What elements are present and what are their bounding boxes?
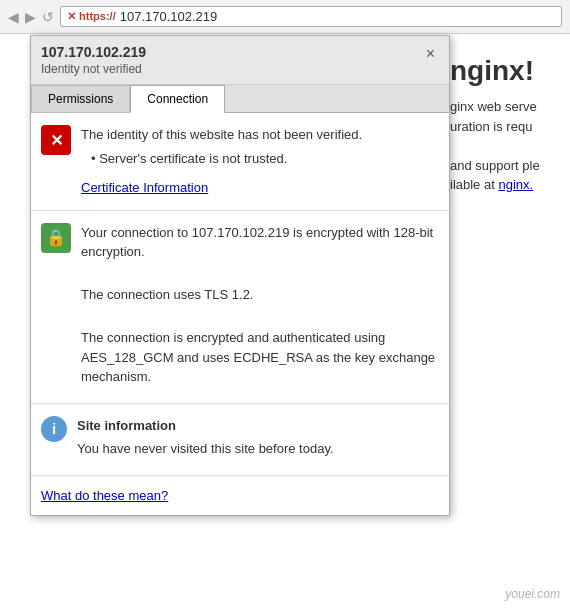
- identity-bullet: • Server's certificate is not trusted.: [91, 149, 439, 169]
- popup-header-info: 107.170.102.219 Identity not verified: [41, 44, 146, 76]
- encryption-line1: Your connection to 107.170.102.219 is en…: [81, 223, 439, 262]
- site-info-text: You have never visited this site before …: [77, 439, 439, 459]
- tab-permissions[interactable]: Permissions: [31, 85, 130, 113]
- tabs-bar: Permissions Connection: [31, 85, 449, 113]
- popup-subtitle: Identity not verified: [41, 62, 146, 76]
- site-info-title: Site information: [77, 416, 439, 436]
- lock-icon: 🔒: [41, 223, 71, 253]
- nginx-text: ginx web serve uration is requ and suppo…: [450, 97, 560, 195]
- watermark: youei.com: [505, 587, 560, 601]
- what-do-these-mean-link[interactable]: What do these mean?: [41, 488, 168, 503]
- certificate-information-link[interactable]: Certificate Information: [81, 178, 208, 198]
- tab-connection[interactable]: Connection: [130, 85, 225, 113]
- footer-section: What do these mean?: [31, 476, 449, 515]
- identity-section: ✕ The identity of this website has not b…: [31, 113, 449, 211]
- encryption-line2: The connection uses TLS 1.2.: [81, 285, 439, 305]
- browser-chrome: ◀ ▶ ↺ ✕ https:// 107.170.102.219: [0, 0, 570, 34]
- site-info-section: i Site information You have never visite…: [31, 404, 449, 476]
- identity-main-text: The identity of this website has not bee…: [81, 125, 439, 145]
- error-icon: ✕: [41, 125, 71, 155]
- security-popup: 107.170.102.219 Identity not verified × …: [30, 35, 450, 516]
- back-button[interactable]: ◀: [8, 9, 19, 25]
- close-button[interactable]: ×: [422, 44, 439, 64]
- popup-content: ✕ The identity of this website has not b…: [31, 113, 449, 515]
- nginx-link[interactable]: nginx.: [498, 177, 533, 192]
- address-bar[interactable]: ✕ https:// 107.170.102.219: [60, 6, 562, 27]
- reload-button[interactable]: ↺: [42, 9, 54, 25]
- encryption-section: 🔒 Your connection to 107.170.102.219 is …: [31, 211, 449, 404]
- nginx-background: nginx! ginx web serve uration is requ an…: [440, 35, 570, 609]
- info-icon: i: [41, 416, 67, 442]
- forward-button[interactable]: ▶: [25, 9, 36, 25]
- encryption-body: Your connection to 107.170.102.219 is en…: [81, 223, 439, 391]
- popup-header: 107.170.102.219 Identity not verified ×: [31, 36, 449, 85]
- identity-body: The identity of this website has not bee…: [81, 125, 439, 198]
- site-info-body: Site information You have never visited …: [77, 416, 439, 463]
- https-lock-icon: ✕ https://: [67, 10, 116, 23]
- encryption-line3: The connection is encrypted and authenti…: [81, 328, 439, 387]
- popup-hostname: 107.170.102.219: [41, 44, 146, 60]
- nginx-title: nginx!: [450, 55, 560, 87]
- address-text: 107.170.102.219: [120, 9, 218, 24]
